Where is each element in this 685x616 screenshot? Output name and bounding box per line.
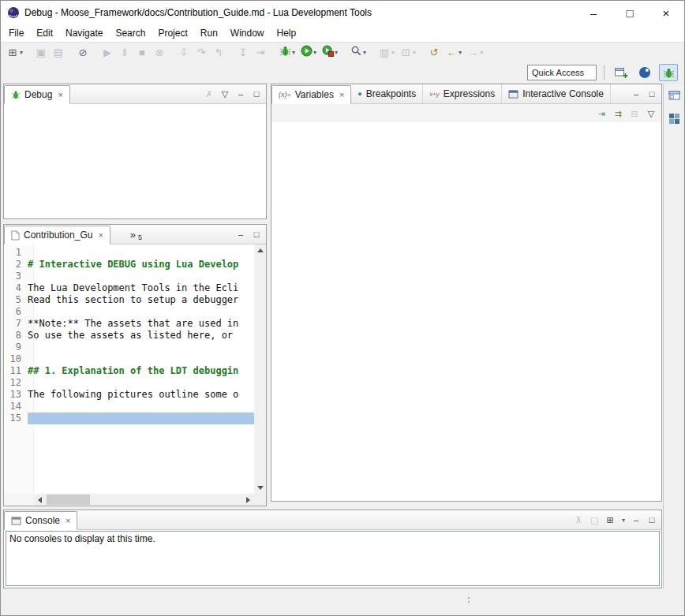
maximize-view-icon[interactable]: □ (647, 514, 657, 525)
menu-item[interactable]: Search (109, 24, 152, 42)
restore-view-button[interactable] (668, 113, 680, 127)
minimize-view-icon[interactable]: – (631, 514, 641, 525)
menu-item[interactable]: Project (152, 24, 193, 42)
console-content[interactable]: No consoles to display at this time. (6, 531, 660, 586)
remove-all-terminated-icon[interactable]: ✗ (204, 88, 214, 99)
minimize-view-icon[interactable]: – (631, 88, 641, 99)
open-console-icon[interactable]: ⊞ (605, 514, 615, 525)
line-text[interactable] (28, 306, 254, 318)
line-text[interactable] (28, 271, 254, 282)
view-menu-icon[interactable]: ▽ (220, 88, 230, 99)
line-number[interactable]: 9 (4, 342, 28, 353)
line-number[interactable]: 12 (4, 377, 28, 389)
maximize-view-icon[interactable]: □ (252, 88, 261, 99)
line-number[interactable]: 8 (4, 330, 28, 342)
line-number[interactable]: 15 (4, 413, 28, 424)
line-number[interactable]: 7 (4, 318, 28, 330)
maximize-view-icon[interactable]: □ (252, 229, 261, 240)
minimize-view-icon[interactable]: – (236, 88, 245, 99)
window-wizard-button-2[interactable]: ⊡ ▾ (398, 44, 417, 62)
step-into-button[interactable]: ⇩ (176, 44, 192, 62)
chevron-down-icon[interactable]: ▾ (391, 49, 395, 56)
save-button[interactable]: ▣ (33, 44, 49, 62)
scroll-down-button[interactable] (254, 482, 266, 494)
back-button[interactable]: ← ▾ (444, 44, 463, 62)
resume-button[interactable]: ▶ (99, 44, 115, 62)
step-return-button[interactable]: ↰ (211, 44, 226, 62)
line-text[interactable]: The following pictures outline some o (28, 389, 254, 401)
line-text[interactable] (28, 377, 254, 389)
line-text[interactable]: **Note:** The assets that are used in (28, 318, 254, 330)
line-number[interactable]: 1 (4, 247, 28, 259)
menu-item[interactable]: Run (194, 24, 224, 42)
restore-view-button[interactable] (668, 90, 681, 103)
close-icon[interactable]: × (58, 90, 62, 99)
horizontal-scrollbar[interactable] (34, 494, 254, 506)
menu-item[interactable]: Window (224, 24, 271, 42)
line-text[interactable]: ## 1. Explanation of the LDT debuggin (28, 365, 254, 377)
menu-item[interactable]: Edit (30, 24, 59, 42)
scroll-right-button[interactable] (242, 494, 254, 506)
forward-button[interactable]: → ▾ (465, 44, 485, 62)
tab-debug[interactable]: Debug × (4, 85, 70, 104)
debug-perspective-button[interactable] (659, 64, 678, 81)
chevron-down-icon[interactable]: ▾ (480, 49, 483, 56)
display-selected-console-icon[interactable]: ▢ (590, 514, 599, 525)
editor-text-area[interactable]: 1 2 # Interactive DEBUG using Lua Develo… (4, 247, 254, 494)
pin-console-icon[interactable]: ⊼ (574, 514, 583, 525)
chevron-down-icon[interactable]: ▾ (413, 49, 416, 56)
terminate-button[interactable]: ■ (134, 44, 150, 62)
line-text[interactable]: The Lua Development Tools in the Ecli (28, 282, 254, 294)
status-bar-grip[interactable] (468, 597, 470, 603)
minimize-view-icon[interactable]: – (236, 229, 245, 240)
disconnect-button[interactable]: ⊗ (152, 44, 167, 62)
scroll-left-button[interactable] (34, 494, 46, 506)
tab-expressions[interactable]: x+y Expressions (423, 84, 502, 103)
scrollbar-thumb[interactable] (47, 495, 90, 505)
tab-overflow[interactable]: » 5 (126, 225, 146, 244)
line-number[interactable]: 13 (4, 389, 28, 401)
line-text[interactable]: Read this section to setup a debugger (28, 294, 254, 306)
tab-contribution-guide[interactable]: Contribution_Gu × (4, 226, 110, 245)
chevron-down-icon[interactable]: ▾ (363, 49, 366, 56)
tab-console[interactable]: Console × (4, 511, 77, 530)
chevron-down-icon[interactable]: ▾ (20, 49, 23, 56)
window-wizard-button-1[interactable]: ▥ ▾ (376, 44, 396, 62)
lua-perspective-button[interactable] (635, 64, 654, 81)
line-number[interactable]: 10 (4, 353, 28, 365)
chevron-down-icon[interactable]: ▾ (292, 49, 295, 56)
tab-breakpoints[interactable]: ● Breakpoints (351, 84, 423, 103)
debug-button[interactable]: ▾ (277, 44, 297, 62)
search-button[interactable]: ▾ (348, 44, 368, 62)
close-icon[interactable]: × (98, 230, 103, 240)
chevron-down-icon[interactable]: ▾ (459, 49, 462, 56)
menu-item[interactable]: Navigate (59, 24, 109, 42)
menu-item[interactable]: Help (271, 24, 303, 42)
line-text[interactable] (28, 401, 254, 413)
tab-variables[interactable]: (x)= Variables × (271, 85, 351, 104)
step-over-button[interactable]: ↷ (193, 44, 209, 62)
line-text[interactable] (28, 353, 254, 365)
vertical-scrollbar[interactable] (254, 245, 266, 494)
line-text[interactable]: So use the assets as listed here, or (28, 330, 254, 342)
line-number[interactable]: 3 (4, 271, 28, 282)
minimize-button[interactable]: – (575, 1, 612, 24)
menu-item[interactable]: File (2, 24, 30, 42)
close-icon[interactable]: × (66, 516, 70, 525)
line-number[interactable]: 6 (4, 306, 28, 318)
view-menu-icon[interactable]: ▽ (646, 108, 656, 119)
chevron-down-icon[interactable]: ▾ (622, 517, 625, 524)
chevron-down-icon[interactable]: ▾ (335, 49, 338, 56)
drop-to-frame-button[interactable]: ↧ (235, 44, 251, 62)
line-text[interactable] (28, 413, 254, 424)
show-logical-structures-icon[interactable]: ⇉ (613, 108, 623, 119)
line-text[interactable]: # Interactive DEBUG using Lua Develop (28, 259, 254, 271)
line-number[interactable]: 2 (4, 259, 28, 271)
collapse-all-icon[interactable]: ⊟ (630, 108, 639, 119)
skip-breakpoints-button[interactable]: ⊘ (75, 44, 91, 62)
line-number[interactable]: 4 (4, 282, 28, 294)
open-perspective-button[interactable] (612, 64, 631, 81)
close-icon[interactable]: × (339, 90, 344, 99)
run-button[interactable]: ▾ (298, 44, 318, 62)
maximize-button[interactable]: □ (612, 1, 648, 24)
